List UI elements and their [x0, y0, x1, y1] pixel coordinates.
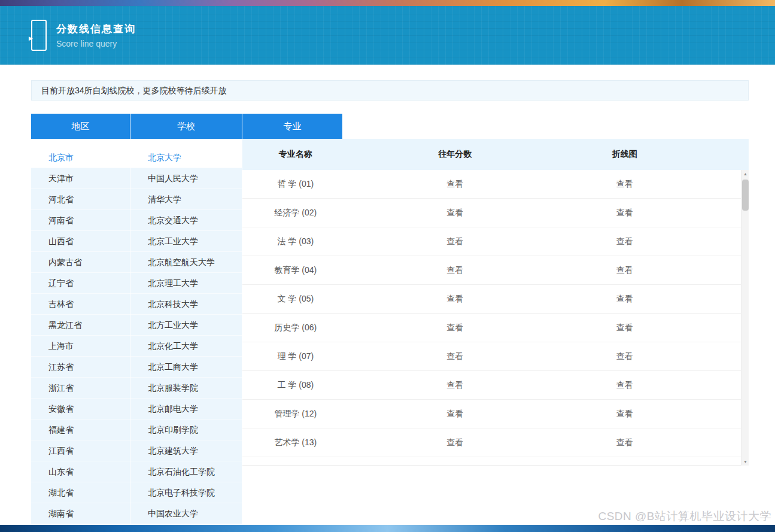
- view-chart-link[interactable]: 查看: [616, 179, 633, 189]
- region-item[interactable]: 辽宁省: [31, 273, 130, 294]
- notice-text: 目前开放34所自划线院校，更多院校等待后续开放: [41, 86, 227, 95]
- view-score-link[interactable]: 查看: [446, 323, 463, 332]
- region-item[interactable]: 天津市: [31, 168, 130, 189]
- school-item[interactable]: 北京工业大学: [130, 231, 242, 252]
- school-item[interactable]: 北京化工大学: [130, 336, 242, 357]
- view-score-link[interactable]: 查看: [446, 179, 463, 189]
- app-header: ▶ 分数线信息查询 Score line query: [0, 6, 775, 65]
- view-chart-link[interactable]: 查看: [616, 437, 633, 447]
- major-name: 经济学 (02): [242, 208, 349, 218]
- view-score-link[interactable]: 查看: [446, 437, 463, 447]
- header-inner: ▶ 分数线信息查询 Score line query: [31, 20, 136, 51]
- school-list: 北京大学 中国人民大学 清华大学 北京交通大学 北京工业大学 北京航空航天大学 …: [130, 139, 242, 524]
- bottom-banner-image: [0, 525, 775, 532]
- table-row: 教育学 (04) 查看 查看: [242, 256, 749, 285]
- region-item[interactable]: 河南省: [31, 210, 130, 231]
- column-header-major-name: 专业名称: [242, 149, 349, 160]
- view-score-link[interactable]: 查看: [446, 380, 463, 390]
- scrollbar-thumb[interactable]: [742, 180, 749, 211]
- school-item[interactable]: 北京科技大学: [130, 294, 242, 315]
- major-name: 理 学 (07): [242, 351, 349, 362]
- view-chart-link[interactable]: 查看: [616, 380, 633, 390]
- region-item[interactable]: 吉林省: [31, 294, 130, 315]
- tab-region[interactable]: 地区: [31, 114, 130, 139]
- view-score-link[interactable]: 查看: [446, 208, 463, 217]
- school-item[interactable]: 北京理工大学: [130, 273, 242, 294]
- view-score-link[interactable]: 查看: [446, 294, 463, 303]
- major-name: 文 学 (05): [242, 294, 349, 305]
- school-item[interactable]: 北京工商大学: [130, 357, 242, 378]
- view-chart-link[interactable]: 查看: [616, 351, 633, 361]
- majors-table-header: 专业名称 往年分数 折线图: [242, 139, 749, 170]
- header-titles: 分数线信息查询 Score line query: [56, 22, 136, 48]
- page-subtitle: Score line query: [56, 39, 136, 48]
- major-name: 工 学 (08): [242, 380, 349, 391]
- logo-arrow-icon: ▶: [29, 36, 33, 41]
- view-chart-link[interactable]: 查看: [616, 409, 633, 418]
- major-name: 教育学 (04): [242, 265, 349, 276]
- region-item[interactable]: 安徽省: [31, 399, 130, 419]
- region-item[interactable]: 福建省: [31, 419, 130, 440]
- region-item[interactable]: 湖北省: [31, 482, 130, 503]
- table-scrollbar[interactable]: ▲ ▼: [741, 170, 749, 466]
- region-item[interactable]: 内蒙古省: [31, 252, 130, 273]
- table-row: 哲 学 (01) 查看 查看: [242, 170, 749, 199]
- region-item[interactable]: 河北省: [31, 189, 130, 210]
- view-score-link[interactable]: 查看: [446, 236, 463, 246]
- column-header-line-chart: 折线图: [561, 149, 688, 160]
- school-item[interactable]: 北京交通大学: [130, 210, 242, 231]
- school-item[interactable]: 北方工业大学: [130, 315, 242, 336]
- region-item[interactable]: 浙江省: [31, 378, 130, 399]
- scroll-up-icon[interactable]: ▲: [741, 170, 749, 178]
- notice-bar: 目前开放34所自划线院校，更多院校等待后续开放: [31, 80, 749, 101]
- view-chart-link[interactable]: 查看: [616, 265, 633, 275]
- table-row: 经济学 (02) 查看 查看: [242, 199, 749, 227]
- region-item[interactable]: 江西省: [31, 440, 130, 461]
- major-name: 艺术学 (13): [242, 437, 349, 448]
- view-chart-link[interactable]: 查看: [616, 208, 633, 217]
- school-item[interactable]: 北京航空航天大学: [130, 252, 242, 273]
- school-item[interactable]: 北京邮电大学: [130, 399, 242, 419]
- tab-major[interactable]: 专业: [242, 114, 342, 139]
- school-item[interactable]: 清华大学: [130, 189, 242, 210]
- table-row: 文 学 (05) 查看 查看: [242, 285, 749, 314]
- school-item[interactable]: 北京服装学院: [130, 378, 242, 399]
- majors-table: 专业名称 往年分数 折线图 哲 学 (01) 查看 查看 经济学 (0: [242, 139, 749, 466]
- region-item[interactable]: 湖南省: [31, 503, 130, 524]
- region-item[interactable]: 山西省: [31, 231, 130, 252]
- region-item[interactable]: 北京市: [31, 147, 130, 168]
- score-query-logo-icon: ▶: [31, 20, 47, 51]
- school-item[interactable]: 中国人民大学: [130, 168, 242, 189]
- school-item[interactable]: 北京大学: [130, 147, 242, 168]
- school-item[interactable]: 北京电子科技学院: [130, 482, 242, 503]
- region-item[interactable]: 江苏省: [31, 357, 130, 378]
- view-score-link[interactable]: 查看: [446, 409, 463, 418]
- tab-school[interactable]: 学校: [130, 114, 242, 139]
- table-row: 工 学 (08) 查看 查看: [242, 371, 749, 400]
- school-item[interactable]: 北京建筑大学: [130, 440, 242, 461]
- column-header-past-scores: 往年分数: [349, 149, 561, 160]
- school-item[interactable]: 北京印刷学院: [130, 419, 242, 440]
- table-row: 艺术学 (13) 查看 查看: [242, 428, 749, 457]
- scroll-down-icon[interactable]: ▼: [741, 458, 749, 466]
- selector-panel: 北京市 天津市 河北省 河南省 山西省 内蒙古省 辽宁省 吉林省 黑龙江省: [31, 139, 749, 524]
- page: ▶ 分数线信息查询 Score line query 目前开放34所自划线院校，…: [0, 0, 775, 532]
- view-score-link[interactable]: 查看: [446, 265, 463, 275]
- school-item[interactable]: 北京石油化工学院: [130, 461, 242, 482]
- table-row: 理 学 (07) 查看 查看: [242, 342, 749, 371]
- region-item[interactable]: 上海市: [31, 336, 130, 357]
- tabs: 地区 学校 专业: [31, 114, 749, 139]
- school-item[interactable]: 中国农业大学: [130, 503, 242, 524]
- table-row: 历史学 (06) 查看 查看: [242, 314, 749, 342]
- region-item[interactable]: 黑龙江省: [31, 315, 130, 336]
- view-chart-link[interactable]: 查看: [616, 236, 633, 246]
- view-score-link[interactable]: 查看: [446, 351, 463, 361]
- main-content: 目前开放34所自划线院校，更多院校等待后续开放 地区 学校 专业 北京市 天津市…: [31, 80, 749, 524]
- top-banner-image: [0, 0, 775, 6]
- region-list: 北京市 天津市 河北省 河南省 山西省 内蒙古省 辽宁省 吉林省 黑龙江省: [31, 139, 130, 524]
- view-chart-link[interactable]: 查看: [616, 323, 633, 332]
- region-item[interactable]: 山东省: [31, 461, 130, 482]
- major-name: 历史学 (06): [242, 323, 349, 333]
- view-chart-link[interactable]: 查看: [616, 294, 633, 303]
- major-name: 哲 学 (01): [242, 179, 349, 190]
